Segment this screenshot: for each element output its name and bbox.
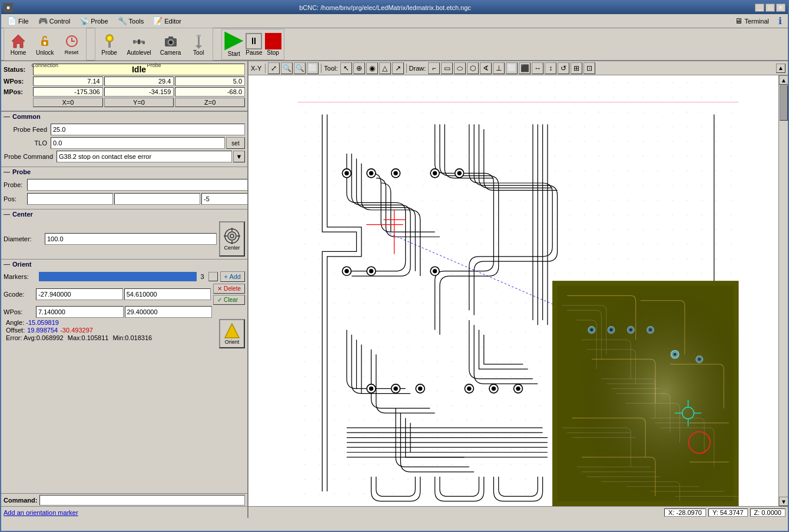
start-button[interactable]: Start xyxy=(224,32,243,57)
scroll-up-button[interactable]: ▲ xyxy=(779,75,788,85)
draw-4-tool[interactable]: ⬜ xyxy=(506,62,518,74)
zoom-out-button[interactable]: 🔍 xyxy=(294,62,306,74)
orient-icon xyxy=(224,322,240,339)
add-marker-area: Add an orientation marker xyxy=(1,506,247,518)
center-button[interactable]: Center xyxy=(219,221,245,257)
diameter-input[interactable] xyxy=(45,233,217,245)
gcode-x-input[interactable] xyxy=(36,288,123,300)
draw-6-tool[interactable]: ↔ xyxy=(532,62,543,74)
add-marker-button[interactable]: + Add xyxy=(220,271,245,282)
tlo-set-button[interactable]: set xyxy=(226,137,245,149)
orient-wpos-x-input[interactable] xyxy=(36,306,124,318)
statusbar-z: Z: 0.0000 xyxy=(750,508,785,517)
svg-point-56 xyxy=(467,387,471,391)
tlo-input[interactable] xyxy=(51,137,225,149)
menu-editor[interactable]: 📝 Editor xyxy=(148,15,186,26)
draw-vert-tool[interactable]: ⊥ xyxy=(493,62,505,74)
measure-tool[interactable]: △ xyxy=(379,62,391,74)
home-button[interactable]: Home xyxy=(5,29,31,59)
probe-feed-label: Probe Feed xyxy=(4,126,51,133)
orient-wpos-y-input[interactable] xyxy=(125,306,213,318)
probe-section-header: Probe xyxy=(1,167,247,177)
camera-tool[interactable]: ◉ xyxy=(366,62,378,74)
draw-snap-tool[interactable]: ⊡ xyxy=(584,62,595,74)
orient-wpos-label: WPos: xyxy=(4,308,36,315)
scroll-thumb[interactable] xyxy=(780,85,788,121)
menu-tools[interactable]: 🔧 Tools xyxy=(113,15,149,26)
error-avg: Avg:0.068992 xyxy=(24,334,64,341)
center-section-header: Center xyxy=(1,209,247,219)
x-zero-button[interactable]: X=0 xyxy=(33,98,103,107)
markers-count: 3 xyxy=(197,273,208,280)
close-button[interactable]: ✕ xyxy=(776,4,785,12)
probe-cmd-dropdown[interactable]: ▼ xyxy=(233,151,245,162)
y-zero-button[interactable]: Y=0 xyxy=(104,98,174,107)
menu-probe[interactable]: 📡 Probe xyxy=(75,15,112,26)
svg-marker-28 xyxy=(225,324,239,338)
wpos-x: 7.14 xyxy=(33,77,103,86)
draw-ellipse-tool[interactable]: ⬭ xyxy=(454,62,466,74)
command-input[interactable] xyxy=(39,495,245,506)
scroll-down-button[interactable]: ▼ xyxy=(779,497,788,506)
menu-help[interactable]: ℹ xyxy=(774,14,787,28)
pos-input-2[interactable] xyxy=(114,193,200,205)
cursor-tool[interactable]: ↖ xyxy=(340,62,352,74)
draw-undo-tool[interactable]: ↺ xyxy=(558,62,569,74)
tool-button[interactable]: Tool xyxy=(185,29,211,59)
camera-button[interactable]: Camera xyxy=(156,29,185,59)
command-bar: Command: xyxy=(1,493,247,506)
stop-button[interactable]: Stop xyxy=(265,33,281,56)
canvas-vscroll-up[interactable]: ▲ xyxy=(776,64,785,73)
probe-cmd-input[interactable] xyxy=(57,151,232,162)
delete-marker-button[interactable]: ✕ Delete xyxy=(213,284,245,294)
error-max: Max:0.105811 xyxy=(68,334,109,341)
menu-bar: 📄 File 🎮 Control 📡 Probe 🔧 Tools 📝 Edito… xyxy=(1,14,788,28)
maximize-button[interactable]: □ xyxy=(765,4,775,12)
draw-3-tool[interactable]: ∢ xyxy=(480,62,492,74)
unlock-button[interactable]: Unlock xyxy=(32,29,58,59)
rotate-tool[interactable]: ↗ xyxy=(392,62,404,74)
autolevel-button[interactable]: Autolevel xyxy=(123,29,155,59)
draw-5-tool[interactable]: ⬛ xyxy=(519,62,531,74)
svg-point-46 xyxy=(458,171,462,175)
menu-file[interactable]: 📄 File xyxy=(2,15,34,26)
statusbar: X: -28.0970 Y: 54.3747 Z: 0.0000 xyxy=(248,506,788,518)
error-min: Min:0.018316 xyxy=(113,334,153,341)
mpos-y: -34.159 xyxy=(104,87,174,97)
zoom-box-button[interactable]: ⬜ xyxy=(307,62,319,74)
draw-grid-tool[interactable]: ⊞ xyxy=(571,62,582,74)
pause-button[interactable]: ⏸ Pause xyxy=(246,33,262,56)
draw-line-tool[interactable]: ⌐ xyxy=(428,62,440,74)
draw-poly-tool[interactable]: ⬡ xyxy=(467,62,479,74)
probe-value-input[interactable] xyxy=(27,179,248,191)
markers-scrollbar[interactable] xyxy=(208,272,218,281)
probe-tool[interactable]: ⊕ xyxy=(353,62,365,74)
gcode-y-input[interactable] xyxy=(124,288,211,300)
scroll-track xyxy=(779,85,788,497)
draw-rect-tool[interactable]: ▭ xyxy=(441,62,453,74)
svg-rect-5 xyxy=(108,42,111,48)
draw-7-tool[interactable]: ↕ xyxy=(545,62,556,74)
pcb-canvas[interactable]: ▲ ▼ xyxy=(248,75,788,506)
pos-input-3[interactable] xyxy=(201,193,248,205)
probe-feed-input[interactable] xyxy=(51,124,245,135)
add-marker-link[interactable]: Add an orientation marker xyxy=(4,509,78,516)
reset-icon xyxy=(64,33,80,49)
probe-label: Probe: xyxy=(4,181,27,188)
orient-button[interactable]: Orient xyxy=(219,319,245,348)
center-icon xyxy=(223,227,241,245)
zoom-fit-button[interactable]: ⤢ xyxy=(268,62,280,74)
menu-terminal[interactable]: 🖥 Terminal xyxy=(730,15,774,26)
app-icon: ■ xyxy=(4,3,13,12)
minimize-button[interactable]: _ xyxy=(755,4,764,12)
z-zero-button[interactable]: Z=0 xyxy=(175,98,245,107)
probe-toolbar-button[interactable]: Probe xyxy=(97,29,122,59)
zoom-in-button[interactable]: 🔍 xyxy=(281,62,293,74)
pos-input-1[interactable] xyxy=(27,193,113,205)
orient-section-header: Orient xyxy=(1,259,247,269)
clear-marker-button[interactable]: ✓ Clear xyxy=(213,295,245,305)
svg-point-58 xyxy=(492,387,496,391)
tlo-label: TLO xyxy=(4,139,51,147)
reset-button[interactable]: Reset xyxy=(59,29,85,59)
menu-control[interactable]: 🎮 Control xyxy=(34,15,75,26)
